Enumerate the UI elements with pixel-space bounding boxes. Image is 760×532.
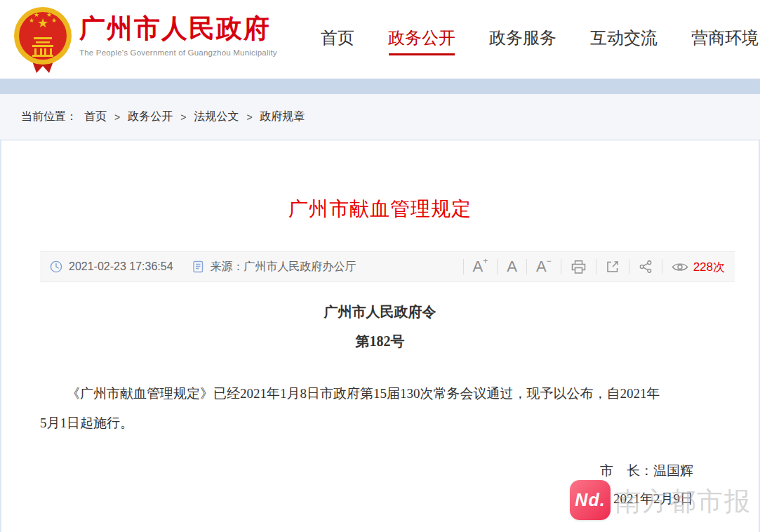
font-decrease-button[interactable]: A− (536, 259, 552, 274)
breadcrumb-separator: > (246, 112, 252, 123)
share-icon (639, 260, 653, 274)
toolbar-divider (662, 259, 662, 274)
svg-text:★: ★ (34, 11, 39, 18)
export-icon (606, 260, 620, 274)
toolbar-divider (596, 259, 596, 274)
content-panel: 广州市献血管理规定 2021-02-23 17:36:54 来源： 广州市人民政… (0, 140, 760, 532)
site-name: 广州市人民政府 (79, 13, 277, 45)
source-label: 来源： (211, 260, 244, 274)
breadcrumb-separator: > (114, 112, 120, 123)
toolbar-divider (497, 259, 498, 274)
decree-paragraph: 《广州市献血管理规定》已经2021年1月8日市政府第15届130次常务会议通过，… (40, 379, 661, 438)
nd-watermark-logo: Nd. (570, 480, 611, 520)
nd-logo-text: Nd. (575, 490, 605, 510)
divider-band (0, 79, 760, 94)
minus-sign: − (547, 257, 552, 265)
svg-text:★: ★ (51, 17, 57, 24)
font-letter: A (507, 259, 517, 274)
breadcrumb-item-gov-rules[interactable]: 政府规章 (260, 109, 305, 124)
printer-icon (571, 260, 587, 274)
clock-icon (50, 260, 62, 273)
breadcrumb-prefix: 当前位置： (21, 109, 77, 124)
nav-item-gov-services[interactable]: 政务服务 (489, 0, 556, 79)
font-default-button[interactable]: A (507, 259, 517, 274)
print-button[interactable] (571, 260, 587, 274)
font-letter: A (473, 259, 484, 274)
nav-item-label: 政务公开 (388, 28, 455, 47)
share-button[interactable] (639, 260, 653, 274)
breadcrumb-separator: > (180, 112, 186, 123)
font-letter: A (536, 259, 547, 274)
signature-role: 市 长：温国辉 (1, 463, 693, 479)
national-emblem-icon: ★ ★ ★ ★ ★ (13, 5, 72, 75)
site-title-block[interactable]: 广州市人民政府 The People's Government of Guang… (79, 13, 277, 57)
nav-item-home[interactable]: 首页 (321, 0, 354, 79)
plus-sign: + (483, 257, 488, 265)
toolbar-divider (463, 259, 464, 274)
font-increase-button[interactable]: A+ (473, 259, 488, 274)
source-doc-icon (193, 260, 204, 273)
breadcrumb-item-gov-disclosure[interactable]: 政务公开 (128, 109, 173, 124)
page-title: 广州市献血管理规定 (1, 140, 759, 220)
view-count: 228次 (693, 259, 725, 275)
source-value: 广州市人民政府办公厅 (244, 260, 356, 274)
toolbar-divider (526, 259, 527, 274)
toolbar-divider (561, 259, 561, 274)
svg-text:★: ★ (37, 16, 48, 30)
article-toolbar: A+ A A− (454, 259, 725, 275)
decree-number: 第182号 (1, 331, 759, 351)
site-name-english: The People's Government of Guangzhou Mun… (79, 48, 277, 57)
nav-item-gov-disclosure[interactable]: 政务公开 (388, 0, 455, 79)
nav-item-business-env[interactable]: 营商环境 (691, 0, 759, 79)
site-header: ★ ★ ★ ★ ★ 广州市人民政府 The People's Governmen… (0, 0, 760, 79)
page: ★ ★ ★ ★ ★ 广州市人民政府 The People's Governmen… (0, 0, 760, 532)
view-count-group: 228次 (672, 259, 725, 275)
breadcrumb-item-home[interactable]: 首页 (84, 109, 107, 124)
toolbar-divider (629, 259, 629, 274)
article-meta-bar: 2021-02-23 17:36:54 来源： 广州市人民政府办公厅 A+ A (40, 251, 735, 282)
eye-icon (672, 262, 688, 272)
nav-item-interaction[interactable]: 互动交流 (590, 0, 658, 79)
document-body: 广州市人民政府令 第182号 《广州市献血管理规定》已经2021年1月8日市政府… (1, 302, 759, 507)
publish-time: 2021-02-23 17:36:54 (69, 260, 173, 273)
national-emblem-logo[interactable]: ★ ★ ★ ★ ★ (13, 5, 72, 75)
export-button[interactable] (606, 260, 620, 274)
breadcrumb-item-regulations[interactable]: 法规公文 (194, 109, 239, 124)
active-nav-underline (389, 53, 455, 55)
main-nav: 首页 政务公开 政务服务 互动交流 营商环境 (321, 0, 759, 79)
breadcrumb: 当前位置： 首页 > 政务公开 > 法规公文 > 政府规章 (0, 94, 760, 140)
decree-heading: 广州市人民政府令 (1, 302, 759, 321)
